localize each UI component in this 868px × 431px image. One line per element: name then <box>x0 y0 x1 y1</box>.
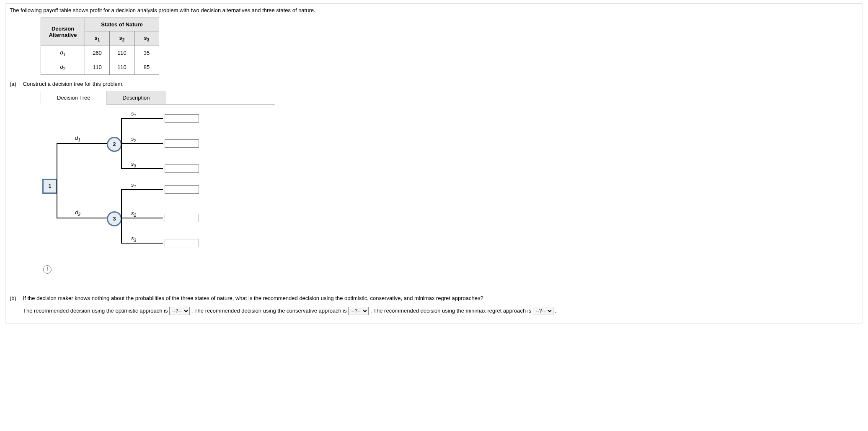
conservative-dropdown[interactable]: --?-- <box>348 307 369 315</box>
payoff-input-d2-s2[interactable] <box>165 214 199 222</box>
tab-decision-tree[interactable]: Decision Tree <box>41 91 106 105</box>
cell-d1-s2: 110 <box>110 46 134 60</box>
branch-label-n2-s3: s3 <box>131 161 136 168</box>
decision-node-1: 1 <box>42 179 57 194</box>
cell-d2-s3: 85 <box>134 60 159 75</box>
part-b-answers: The recommended decision using the optim… <box>23 305 858 316</box>
problem-prompt: The following payoff table shows profit … <box>10 7 858 13</box>
branch-label-n3-s2: s2 <box>131 210 136 218</box>
branch-label-n3-s3: s3 <box>131 235 136 243</box>
minimax-label: . The recommended decision using the min… <box>370 308 533 314</box>
table-row: d2 110 110 85 <box>41 60 159 75</box>
tree-line <box>121 218 163 218</box>
table-row: d1 260 110 35 <box>41 46 159 60</box>
optimistic-dropdown[interactable]: --?-- <box>169 307 190 315</box>
payoff-input-d1-s3[interactable] <box>165 164 199 173</box>
tab-description[interactable]: Description <box>106 91 166 105</box>
panel-divider <box>41 284 267 284</box>
conservative-label: . The recommended decision using the con… <box>191 308 349 314</box>
chance-node-3: 3 <box>107 211 122 226</box>
branch-label-n2-s1: s1 <box>131 110 136 118</box>
part-b-label: (b) If the decision maker knows nothing … <box>10 295 858 301</box>
payoff-input-d1-s2[interactable] <box>165 139 199 148</box>
payoff-table: Decision Alternative States of Nature s1… <box>41 18 159 75</box>
tree-line <box>121 143 163 144</box>
tab-panel-decision-tree: 1 d1 2 d2 3 s1 s2 s3 <box>41 104 275 276</box>
part-a-marker: (a) <box>10 81 21 87</box>
cell-d1-s1: 260 <box>85 46 110 60</box>
branch-label-n3-s1: s1 <box>131 182 136 189</box>
tree-line <box>121 243 163 244</box>
tree-line <box>57 143 57 218</box>
tabs: Decision Tree Description <box>41 90 858 104</box>
payoff-input-d2-s3[interactable] <box>165 239 199 247</box>
cell-d2-s1: 110 <box>85 60 110 75</box>
payoff-table-wrap: Decision Alternative States of Nature s1… <box>41 18 858 75</box>
part-b: (b) If the decision maker knows nothing … <box>10 295 858 316</box>
tree-line <box>121 189 122 244</box>
header-decision-alternative: Decision Alternative <box>41 18 85 46</box>
decision-tree-diagram: 1 d1 2 d2 3 s1 s2 s3 <box>42 110 202 260</box>
branch-label-d1: d1 <box>75 135 80 142</box>
part-a-label: (a) Construct a decision tree for this p… <box>10 81 858 87</box>
minimax-dropdown[interactable]: --?-- <box>533 307 553 315</box>
question-frame: The following payoff table shows profit … <box>5 3 863 323</box>
branch-label-n2-s2: s2 <box>131 136 136 143</box>
chance-node-2: 2 <box>107 137 122 152</box>
tree-line <box>121 189 163 190</box>
tree-line <box>57 143 107 144</box>
cell-d2-s2: 110 <box>110 60 134 75</box>
part-a-text: Construct a decision tree for this probl… <box>23 81 124 87</box>
part-b-marker: (b) <box>10 295 21 301</box>
col-s3: s3 <box>134 31 159 46</box>
branch-label-d2: d2 <box>75 209 80 217</box>
optimistic-label: The recommended decision using the optim… <box>23 308 169 314</box>
tree-line <box>121 168 163 169</box>
header-states-of-nature: States of Nature <box>85 18 159 31</box>
info-icon[interactable]: i <box>43 265 52 274</box>
tree-line <box>57 218 107 218</box>
tree-line <box>121 118 163 119</box>
trailing-period: . <box>555 308 557 314</box>
col-s1: s1 <box>85 31 110 46</box>
row-d2-label: d2 <box>41 60 85 75</box>
cell-d1-s3: 35 <box>134 46 159 60</box>
part-b-question: If the decision maker knows nothing abou… <box>23 295 483 301</box>
col-s2: s2 <box>110 31 134 46</box>
payoff-input-d1-s1[interactable] <box>165 114 199 123</box>
payoff-input-d2-s1[interactable] <box>165 185 199 194</box>
row-d1-label: d1 <box>41 46 85 60</box>
